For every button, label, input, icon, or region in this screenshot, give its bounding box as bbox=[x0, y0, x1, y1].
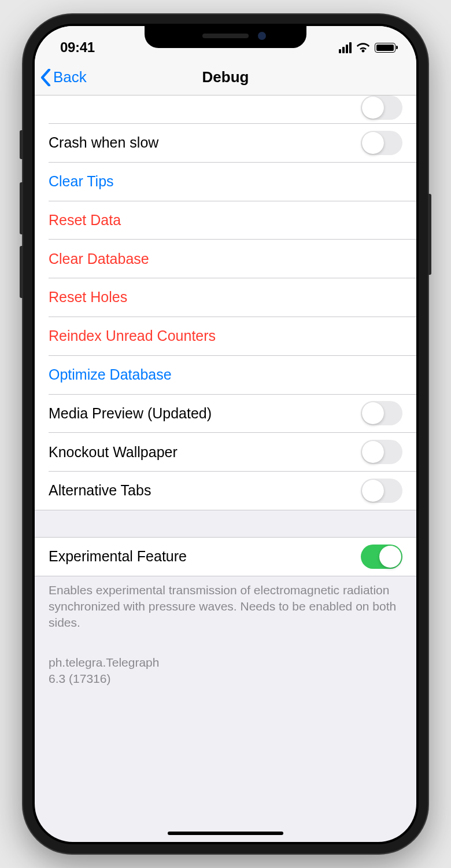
row-label: Experimental Feature bbox=[49, 548, 187, 565]
row-media-preview[interactable]: Media Preview (Updated) bbox=[35, 394, 416, 432]
cellular-signal-icon bbox=[339, 42, 352, 53]
row-label: Clear Tips bbox=[49, 173, 114, 190]
row-clear-database[interactable]: Clear Database bbox=[35, 240, 416, 278]
toggle-experimental-feature[interactable] bbox=[361, 545, 402, 569]
back-label: Back bbox=[53, 68, 87, 86]
home-indicator[interactable] bbox=[168, 832, 283, 835]
section-gap bbox=[35, 510, 416, 538]
row-label: Alternative Tabs bbox=[49, 482, 151, 499]
navigation-bar: Back Debug bbox=[35, 60, 416, 95]
chevron-left-icon bbox=[40, 69, 51, 86]
row-knockout-wallpaper[interactable]: Knockout Wallpaper bbox=[35, 433, 416, 471]
toggle-partial[interactable] bbox=[361, 95, 402, 120]
wifi-icon bbox=[356, 42, 370, 53]
device-notch bbox=[145, 24, 306, 48]
row-reset-holes[interactable]: Reset Holes bbox=[35, 278, 416, 317]
row-reset-data[interactable]: Reset Data bbox=[35, 201, 416, 239]
row-label: Crash when slow bbox=[49, 134, 158, 151]
status-time: 09:41 bbox=[60, 39, 95, 56]
row-experimental-feature[interactable]: Experimental Feature bbox=[35, 538, 416, 576]
row-label: Reset Data bbox=[49, 212, 121, 229]
row-crash-when-slow[interactable]: Crash when slow bbox=[35, 124, 416, 162]
row-label: Knockout Wallpaper bbox=[49, 444, 178, 461]
toggle-media-preview[interactable] bbox=[361, 401, 402, 425]
page-title: Debug bbox=[35, 68, 416, 86]
row-alternative-tabs[interactable]: Alternative Tabs bbox=[35, 472, 416, 510]
mute-switch bbox=[20, 130, 23, 159]
app-version-footer: ph.telegra.Telegraph 6.3 (17316) bbox=[35, 631, 416, 687]
row-label: Media Preview (Updated) bbox=[49, 405, 212, 422]
toggle-alternative-tabs[interactable] bbox=[361, 479, 402, 503]
row-reindex-unread-counters[interactable]: Reindex Unread Counters bbox=[35, 317, 416, 355]
bundle-id: ph.telegra.Telegraph bbox=[49, 654, 402, 671]
row-label: Clear Database bbox=[49, 251, 149, 267]
row-optimize-database[interactable]: Optimize Database bbox=[35, 356, 416, 394]
section-footer-description: Enables experimental transmission of ele… bbox=[35, 576, 416, 631]
volume-up-button bbox=[20, 182, 23, 234]
back-button[interactable]: Back bbox=[40, 68, 87, 86]
settings-list: Crash when slow Clear Tips Reset Data Cl… bbox=[35, 95, 416, 687]
row-label: Reindex Unread Counters bbox=[49, 328, 216, 344]
row-label: Reset Holes bbox=[49, 289, 127, 306]
app-version: 6.3 (17316) bbox=[49, 671, 402, 687]
partial-row-above bbox=[35, 95, 416, 123]
row-label: Optimize Database bbox=[49, 366, 172, 383]
battery-icon bbox=[375, 43, 395, 53]
toggle-knockout-wallpaper[interactable] bbox=[361, 440, 402, 464]
power-button bbox=[428, 194, 431, 275]
volume-down-button bbox=[20, 246, 23, 298]
device-frame: 09:41 Back Debu bbox=[23, 14, 428, 854]
toggle-crash-when-slow[interactable] bbox=[361, 131, 402, 155]
row-clear-tips[interactable]: Clear Tips bbox=[35, 163, 416, 201]
